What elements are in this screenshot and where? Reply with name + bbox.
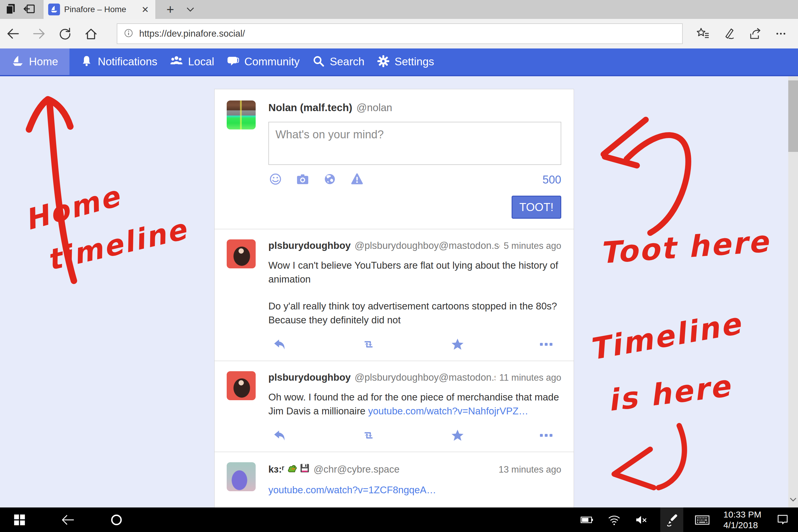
post-handle: @plsburydoughboy@mastodon.so…: [355, 240, 500, 251]
address-bar[interactable]: [117, 23, 683, 44]
char-counter: 500: [543, 173, 561, 186]
bell-icon: [80, 55, 93, 69]
avatar[interactable]: [227, 240, 256, 268]
action-center-icon[interactable]: [774, 508, 791, 532]
browser-toolbar: [0, 19, 798, 49]
avatar[interactable]: [227, 462, 256, 491]
tab-list-chevron-icon[interactable]: [184, 3, 197, 17]
nav-item-home[interactable]: Home: [0, 49, 70, 75]
reply-icon[interactable]: [273, 338, 287, 352]
post-handle: @plsburydoughboy@mastodon.s…: [355, 372, 496, 383]
set-aside-tabs-icon[interactable]: [5, 2, 18, 17]
pinafore-nav: Home Notifications Local Community Searc…: [0, 49, 798, 76]
timeline-post: plsburydoughboy @plsburydoughboy@mastodo…: [214, 361, 574, 452]
post-content: Wow I can't believe YouTubers are flat o…: [268, 258, 561, 327]
ellipsis-icon[interactable]: [539, 431, 553, 441]
nav-item-settings[interactable]: Settings: [375, 49, 436, 75]
clock-date: 4/1/2018: [723, 520, 761, 531]
ellipsis-icon[interactable]: [539, 340, 553, 350]
search-icon: [312, 55, 325, 69]
floppy-disk-emoji: [300, 463, 310, 476]
taskbar-back-icon[interactable]: [60, 508, 76, 532]
favorites-hub-icon[interactable]: [690, 19, 716, 49]
battery-icon[interactable]: [579, 508, 595, 532]
compose-display-name[interactable]: Nolan (malf.tech): [268, 102, 352, 114]
people-icon: [170, 54, 183, 69]
boost-icon[interactable]: [362, 429, 375, 443]
post-timestamp[interactable]: 13 minutes ago: [499, 464, 561, 475]
taskbar-clock[interactable]: 10:33 PM 4/1/2018: [721, 509, 764, 531]
scroll-down-icon[interactable]: [789, 497, 797, 504]
windows-taskbar: 10:33 PM 4/1/2018: [0, 508, 798, 532]
gear-icon: [377, 55, 390, 69]
nav-label: Community: [244, 56, 300, 68]
nav-item-community[interactable]: Community: [225, 49, 302, 75]
post-display-name[interactable]: kз:ʳ: [268, 463, 310, 476]
compose-box: Nolan (malf.tech) @nolan: [214, 89, 574, 229]
clock-time: 10:33 PM: [723, 509, 761, 520]
wifi-icon[interactable]: [606, 508, 623, 532]
forward-icon[interactable]: [26, 19, 52, 49]
nav-item-local[interactable]: Local: [168, 49, 216, 75]
start-icon[interactable]: [11, 508, 28, 532]
refresh-icon[interactable]: [52, 19, 78, 49]
nav-item-search[interactable]: Search: [310, 49, 366, 75]
avatar[interactable]: [227, 371, 256, 400]
timeline-column: Nolan (malf.tech) @nolan: [214, 89, 574, 508]
post-content: youtube.com/watch?v=1ZCF8ngqeA…: [268, 483, 561, 497]
timeline-post: kз:ʳ @chr@cybre.space 13 minutes ago you…: [214, 452, 574, 508]
post-paragraph: youtube.com/watch?v=1ZCF8ngqeA…: [268, 483, 561, 497]
nav-item-notifications[interactable]: Notifications: [78, 49, 159, 75]
post-link[interactable]: youtube.com/watch?v=1ZCF8ngqeA…: [268, 484, 436, 495]
new-tab-button[interactable]: +: [162, 2, 178, 17]
camera-icon[interactable]: [296, 172, 310, 187]
post-display-name[interactable]: plsburydoughboy: [268, 240, 351, 251]
post-timestamp[interactable]: 11 minutes ago: [499, 373, 561, 383]
home-icon[interactable]: [78, 19, 104, 49]
cortana-icon[interactable]: [108, 508, 125, 532]
avatar[interactable]: [227, 100, 256, 130]
site-info-icon[interactable]: [123, 27, 134, 40]
post-timestamp[interactable]: 5 minutes ago: [504, 241, 561, 251]
compose-input[interactable]: [268, 122, 561, 165]
browser-titlebar: Pinafore – Home ✕ +: [0, 0, 798, 19]
boost-icon[interactable]: [362, 338, 375, 352]
share-icon[interactable]: [742, 19, 768, 49]
post-handle: @chr@cybre.space: [314, 464, 400, 475]
timeline-post: plsburydoughboy @plsburydoughboy@mastodo…: [214, 229, 574, 361]
content-warning-icon[interactable]: [350, 172, 364, 187]
timeline-page: Nolan (malf.tech) @nolan: [0, 76, 798, 508]
more-options-icon[interactable]: [768, 19, 794, 49]
post-paragraph: Oh wow. I found the ad for the one piece…: [268, 390, 561, 418]
nav-label: Home: [29, 56, 58, 68]
back-icon[interactable]: [0, 19, 26, 49]
post-link[interactable]: youtube.com/watch?v=NahfojrVPZ…: [368, 405, 528, 416]
browser-tab[interactable]: Pinafore – Home ✕: [43, 0, 156, 19]
restore-tabs-icon[interactable]: [23, 2, 36, 17]
compose-handle: @nolan: [357, 102, 392, 114]
favorite-star-icon[interactable]: [451, 429, 464, 443]
tab-close-icon[interactable]: ✕: [140, 4, 151, 15]
speech-bubbles-icon: [227, 55, 240, 69]
nav-label: Settings: [395, 56, 434, 68]
post-paragraph: Wow I can't believe YouTubers are flat o…: [268, 258, 561, 286]
pinafore-favicon: [48, 3, 60, 15]
windows-ink-pen-icon[interactable]: [660, 508, 683, 532]
touch-keyboard-icon[interactable]: [694, 508, 710, 532]
nav-label: Search: [330, 56, 364, 68]
sailboat-icon: [11, 55, 24, 69]
tab-title: Pinafore – Home: [64, 5, 136, 14]
emoji-icon[interactable]: [268, 172, 283, 187]
toot-button[interactable]: TOOT!: [512, 196, 561, 219]
url-input[interactable]: [139, 28, 677, 39]
globe-icon[interactable]: [323, 172, 337, 187]
reply-icon[interactable]: [273, 429, 287, 443]
volume-muted-icon[interactable]: [633, 508, 650, 532]
page-scrollbar[interactable]: [788, 76, 798, 508]
scrollbar-thumb[interactable]: [788, 80, 798, 152]
post-paragraph: Do y'all really think toy advertisement …: [268, 299, 561, 327]
web-note-pen-icon[interactable]: [716, 19, 742, 49]
favorite-star-icon[interactable]: [451, 338, 464, 352]
post-display-name[interactable]: plsburydoughboy: [268, 372, 351, 383]
nav-label: Local: [188, 56, 214, 68]
